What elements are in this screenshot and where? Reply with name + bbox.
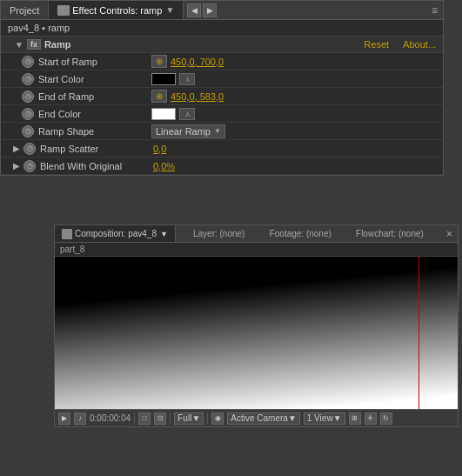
view-dropdown-arrow-icon: ▼ [333, 413, 342, 423]
comp-section-labels: Layer: (none) Footage: (none) Flowchart:… [176, 229, 441, 238]
panel-icon-btns: ◀ ▶ [187, 3, 217, 17]
prop-value-start-color: ⟑ [151, 73, 443, 85]
play-icon[interactable]: ▶ [58, 412, 70, 425]
stopwatch-icon-start-color[interactable]: ◷ [22, 73, 34, 85]
view-dropdown[interactable]: 1 View ▼ [304, 412, 345, 425]
prop-label-start-color: Start Color [38, 74, 151, 84]
camera-label: Active Camera [231, 413, 288, 423]
gradient-display [55, 257, 458, 409]
eyedropper-btn-start[interactable]: ⟑ [179, 73, 195, 85]
comp-tab-dropdown-icon[interactable]: ▼ [160, 230, 168, 238]
ramp-shape-dropdown[interactable]: Linear Ramp ▼ [151, 124, 225, 138]
panel-tab-bar: Project Effect Controls: ramp ▼ ◀ ▶ ≡ [1, 1, 443, 20]
prop-row-start-color: ◷ Start Color ⟑ [1, 70, 443, 88]
composition-panel: Composition: pav4_8 ▼ Layer: (none) Foot… [54, 225, 459, 427]
reset-button[interactable]: Reset [364, 39, 389, 50]
start-color-swatch[interactable] [151, 73, 176, 85]
eyedropper-icon: ⟑ [185, 75, 190, 84]
panel-icon-btn-1[interactable]: ◀ [187, 3, 201, 17]
camera-dropdown-arrow-icon: ▼ [288, 413, 297, 423]
stopwatch-icon[interactable]: ◷ [22, 56, 34, 68]
tab-icon [57, 5, 70, 16]
footage-label: Footage: (none) [270, 229, 331, 238]
fx-badge: fx [27, 39, 41, 50]
crosshair-btn-end[interactable]: ⊕ [151, 90, 167, 103]
blend-original-value[interactable]: 0,0% [153, 161, 175, 171]
prop-label-blend-original: Blend With Original [40, 161, 153, 171]
snap-icon[interactable]: ✛ [365, 412, 377, 425]
prop-row-ramp-shape: ◷ Ramp Shape Linear Ramp ▼ [1, 123, 443, 140]
source-comp-name: ramp [48, 23, 70, 33]
prop-value-start-of-ramp: ⊕ 450,0, 700,0 [151, 55, 443, 68]
source-filename: pav4_8 [8, 23, 39, 33]
zoom-dropdown-arrow-icon: ▼ [191, 413, 200, 423]
resolution-icon[interactable]: □ [138, 412, 151, 425]
prop-row-blend-original[interactable]: ▶ ◷ Blend With Original 0,0% [1, 158, 443, 175]
timecode-display: 0:00:00:04 [90, 413, 131, 423]
expand-arrow-blend-icon: ▶ [13, 161, 20, 171]
panel-menu-icon[interactable]: ≡ [432, 4, 438, 17]
crosshair-btn-start[interactable]: ⊕ [151, 55, 167, 68]
comp-left-label: part_8 [55, 243, 458, 257]
effect-header-left: ▼ fx Ramp [15, 39, 70, 50]
crosshair-icon: ⊕ [156, 57, 163, 66]
start-of-ramp-coords[interactable]: 450,0, 700,0 [171, 57, 224, 67]
tab-effect-controls[interactable]: Effect Controls: ramp ▼ [49, 1, 184, 19]
separator-3 [207, 412, 208, 425]
separator-1 [134, 412, 135, 425]
panel-icon-btn-2[interactable]: ▶ [203, 3, 217, 17]
audio-icon[interactable]: ♪ [74, 412, 86, 425]
eyedropper-icon-end: ⟑ [185, 110, 190, 118]
prop-label-end-of-ramp: End of Ramp [38, 91, 151, 102]
end-of-ramp-coords[interactable]: 450,0, 583,0 [171, 91, 224, 102]
comp-viewport [55, 257, 458, 409]
camera-dropdown[interactable]: Active Camera ▼ [227, 412, 299, 425]
expand-arrow-icon: ▶ [13, 144, 20, 153]
separator-2 [170, 412, 171, 425]
prop-label-end-color: End Color [38, 109, 151, 119]
stopwatch-icon-end-ramp[interactable]: ◷ [22, 91, 34, 103]
view-label: 1 View [307, 413, 333, 423]
comp-panel-close-icon[interactable]: × [441, 228, 458, 240]
source-label: pav4_8 ▪ ramp [1, 20, 443, 37]
tab-project[interactable]: Project [1, 1, 49, 19]
collapse-arrow-icon[interactable]: ▼ [15, 40, 23, 50]
comp-tab-bar: Composition: pav4_8 ▼ Layer: (none) Foot… [55, 225, 458, 243]
effect-header-right: Reset About... [364, 39, 436, 50]
dropdown-arrow-icon[interactable]: ▼ [165, 5, 174, 15]
comp-tab-icon [62, 229, 72, 239]
refresh-icon[interactable]: ↻ [380, 412, 392, 425]
effect-controls-panel: Project Effect Controls: ramp ▼ ◀ ▶ ≡ pa… [0, 0, 444, 176]
eyedropper-btn-end[interactable]: ⟑ [179, 108, 195, 120]
ramp-shape-dropdown-arrow-icon: ▼ [214, 127, 221, 135]
stopwatch-icon-ramp-scatter[interactable]: ◷ [23, 143, 36, 155]
prop-row-start-of-ramp: ◷ Start of Ramp ⊕ 450,0, 700,0 [1, 53, 443, 70]
about-button[interactable]: About... [403, 39, 436, 50]
prop-row-ramp-scatter[interactable]: ▶ ◷ Ramp Scatter 0,0 [1, 140, 443, 158]
comp-bottom-bar: ▶ ♪ 0:00:00:04 □ ⊡ Full ▼ ◉ Active Camer… [55, 409, 458, 426]
region-icon[interactable]: ⊡ [154, 412, 166, 425]
stopwatch-icon-blend[interactable]: ◷ [23, 160, 36, 172]
stopwatch-icon-end-color[interactable]: ◷ [22, 108, 34, 120]
comp-tab-main[interactable]: Composition: pav4_8 ▼ [55, 225, 176, 242]
ramp-scatter-value[interactable]: 0,0 [153, 144, 166, 154]
zoom-level-label: Full [177, 413, 191, 423]
zoom-dropdown[interactable]: Full ▼ [174, 412, 204, 425]
prop-row-end-color: ◷ End Color ⟑ [1, 105, 443, 123]
prop-label-start-of-ramp: Start of Ramp [38, 57, 151, 67]
effect-name: Ramp [44, 39, 71, 50]
stopwatch-icon-ramp-shape[interactable]: ◷ [22, 125, 34, 137]
effect-header-row: ▼ fx Ramp Reset About... [1, 37, 443, 53]
svg-rect-4 [55, 257, 458, 409]
prop-value-ramp-shape: Linear Ramp ▼ [151, 124, 443, 138]
controls-area: ▼ fx Ramp Reset About... ◷ Start of Ramp… [1, 37, 443, 175]
end-color-swatch[interactable] [151, 108, 176, 120]
flowchart-label: Flowchart: (none) [356, 229, 424, 238]
grid-icon[interactable]: ⊞ [349, 412, 361, 425]
prop-row-end-of-ramp: ◷ End of Ramp ⊕ 450,0, 583,0 [1, 88, 443, 105]
layer-label: Layer: (none) [193, 229, 244, 238]
camera-icon[interactable]: ◉ [211, 412, 224, 425]
ramp-shape-value: Linear Ramp [156, 126, 211, 137]
prop-value-end-of-ramp: ⊕ 450,0, 583,0 [151, 90, 443, 103]
comp-tab-label: Composition: pav4_8 [75, 229, 157, 238]
